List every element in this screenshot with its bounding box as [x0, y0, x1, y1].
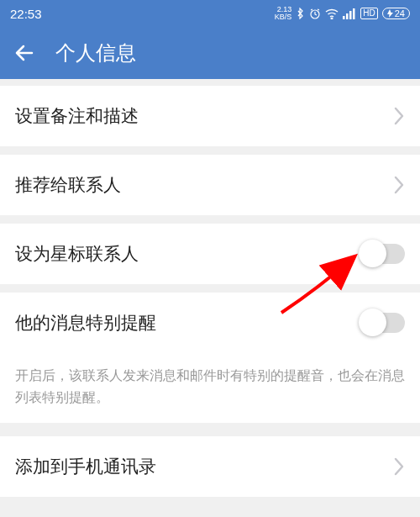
status-bar: 22:53 2.13 KB/S HD 24	[0, 0, 420, 27]
row-special-notify: 他的消息特别提醒	[0, 293, 420, 353]
network-speed: 2.13 KB/S	[275, 6, 292, 21]
toggle-knob	[359, 309, 386, 336]
row-label: 他的消息特别提醒	[15, 311, 156, 335]
toggle-knob	[359, 240, 386, 267]
svg-rect-3	[346, 13, 349, 19]
row-label: 设置备注和描述	[15, 104, 139, 128]
row-star-contact: 设为星标联系人	[0, 224, 420, 284]
svg-rect-5	[353, 8, 355, 19]
row-label: 设为星标联系人	[15, 242, 139, 266]
svg-point-1	[331, 18, 333, 19]
bluetooth-icon	[296, 8, 305, 19]
chevron-right-icon	[393, 457, 405, 476]
battery-icon: 24	[382, 8, 410, 19]
wifi-icon	[325, 8, 339, 19]
row-add-contact[interactable]: 添加到手机通讯录	[0, 436, 420, 497]
row-label: 添加到手机通讯录	[15, 455, 156, 478]
header: 个人信息	[0, 27, 420, 79]
row-set-remark[interactable]: 设置备注和描述	[0, 86, 420, 146]
back-icon[interactable]	[13, 42, 35, 64]
notify-helper-text: 开启后，该联系人发来消息和邮件时有特别的提醒音，也会在消息列表特别提醒。	[0, 353, 420, 423]
row-recommend[interactable]: 推荐给联系人	[0, 155, 420, 215]
chevron-right-icon	[393, 107, 405, 125]
svg-rect-2	[343, 16, 345, 19]
row-label: 推荐给联系人	[15, 173, 121, 197]
settings-list: 设置备注和描述 推荐给联系人 设为星标联系人 他的消息特别提醒 开启后，该联系人…	[0, 86, 420, 497]
status-time: 22:53	[10, 7, 42, 21]
page-title: 个人信息	[55, 40, 136, 66]
hd-icon: HD	[360, 8, 377, 19]
status-icons: 2.13 KB/S HD 24	[275, 6, 410, 21]
svg-rect-4	[349, 11, 352, 19]
notify-toggle[interactable]	[361, 313, 405, 333]
chevron-right-icon	[393, 176, 405, 194]
alarm-icon	[309, 8, 321, 19]
signal-icon	[343, 8, 356, 19]
star-toggle[interactable]	[361, 244, 405, 264]
